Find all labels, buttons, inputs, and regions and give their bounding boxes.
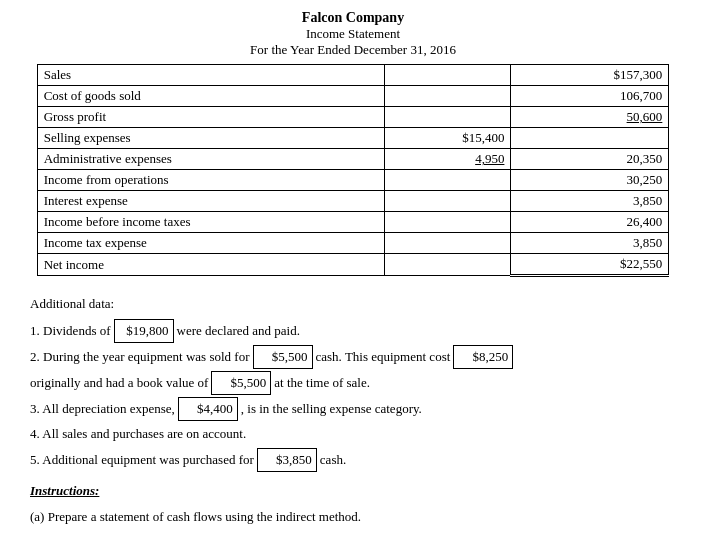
instructions-section: Instructions: (a) Prepare a statement of… [30, 480, 676, 528]
row-label: Selling expenses [37, 128, 384, 149]
row-mid-amount [385, 65, 511, 86]
row-mid-amount [385, 107, 511, 128]
row-amount: $157,300 [511, 65, 669, 86]
table-row: Sales$157,300 [37, 65, 669, 86]
item2-suffix3: at the time of sale. [274, 372, 370, 394]
row-label: Sales [37, 65, 384, 86]
row-label: Interest expense [37, 191, 384, 212]
row-amount: $22,550 [511, 254, 669, 276]
row-mid-amount: 4,950 [385, 149, 511, 170]
row-label: Income from operations [37, 170, 384, 191]
table-row: Interest expense3,850 [37, 191, 669, 212]
table-row: Selling expenses$15,400 [37, 128, 669, 149]
item5-suffix1: cash. [320, 449, 346, 471]
table-row: Income from operations30,250 [37, 170, 669, 191]
row-amount [511, 128, 669, 149]
item1-box1: $19,800 [114, 319, 174, 343]
row-label: Net income [37, 254, 384, 276]
row-label: Gross profit [37, 107, 384, 128]
item3-prefix: 3. All depreciation expense, [30, 398, 175, 420]
row-mid-amount [385, 254, 511, 276]
row-amount: 30,250 [511, 170, 669, 191]
table-row: Cost of goods sold106,700 [37, 86, 669, 107]
instructions-title: Instructions: [30, 483, 99, 498]
instruction-a-text: (a) Prepare a statement of cash flows us… [30, 509, 361, 524]
item2-box3: $5,500 [211, 371, 271, 395]
row-amount: 20,350 [511, 149, 669, 170]
item2-prefix: 2. During the year equipment was sold fo… [30, 346, 250, 368]
instruction-item-a: (a) Prepare a statement of cash flows us… [30, 506, 676, 528]
row-mid-amount: $15,400 [385, 128, 511, 149]
additional-item-2b: originally and had a book value of $5,50… [30, 371, 676, 395]
table-row: Income before income taxes26,400 [37, 212, 669, 233]
item2-box1: $5,500 [253, 345, 313, 369]
statement-title: Income Statement [20, 26, 686, 42]
header-section: Falcon Company Income Statement For the … [20, 10, 686, 58]
additional-item-2: 2. During the year equipment was sold fo… [30, 345, 676, 369]
item2-prefix2: originally and had a book value of [30, 372, 208, 394]
table-row: Gross profit50,600 [37, 107, 669, 128]
additional-item-3: 3. All depreciation expense, $4,400 , is… [30, 397, 676, 421]
item1-prefix: 1. Dividends of [30, 320, 111, 342]
item3-suffix1: , is in the selling expense category. [241, 398, 422, 420]
row-amount: 3,850 [511, 233, 669, 254]
row-label: Administrative expenses [37, 149, 384, 170]
additional-item-5: 5. Additional equipment was purchased fo… [30, 448, 676, 472]
item5-box1: $3,850 [257, 448, 317, 472]
item5-prefix: 5. Additional equipment was purchased fo… [30, 449, 254, 471]
income-table: Sales$157,300Cost of goods sold106,700Gr… [37, 64, 670, 277]
additional-item-1: 1. Dividends of $19,800 were declared an… [30, 319, 676, 343]
row-mid-amount [385, 233, 511, 254]
row-mid-amount [385, 212, 511, 233]
row-amount: 3,850 [511, 191, 669, 212]
table-row: Income tax expense3,850 [37, 233, 669, 254]
additional-title: Additional data: [30, 293, 676, 315]
row-mid-amount [385, 170, 511, 191]
additional-item-4: 4. All sales and purchases are on accoun… [30, 423, 676, 445]
item2-box2: $8,250 [453, 345, 513, 369]
row-label: Income before income taxes [37, 212, 384, 233]
row-amount: 50,600 [511, 107, 669, 128]
item4-text: 4. All sales and purchases are on accoun… [30, 423, 246, 445]
item1-suffix1: were declared and paid. [177, 320, 300, 342]
instructions-label: Instructions: [30, 480, 676, 502]
row-mid-amount [385, 86, 511, 107]
row-label: Cost of goods sold [37, 86, 384, 107]
table-row: Administrative expenses4,95020,350 [37, 149, 669, 170]
row-amount: 26,400 [511, 212, 669, 233]
page-container: Falcon Company Income Statement For the … [20, 10, 686, 532]
row-label: Income tax expense [37, 233, 384, 254]
item3-box1: $4,400 [178, 397, 238, 421]
row-mid-amount [385, 191, 511, 212]
item2-suffix1: cash. This equipment cost [316, 346, 451, 368]
additional-section: Additional data: 1. Dividends of $19,800… [20, 289, 686, 532]
company-name: Falcon Company [20, 10, 686, 26]
row-amount: 106,700 [511, 86, 669, 107]
statement-period: For the Year Ended December 31, 2016 [20, 42, 686, 58]
table-row: Net income$22,550 [37, 254, 669, 276]
